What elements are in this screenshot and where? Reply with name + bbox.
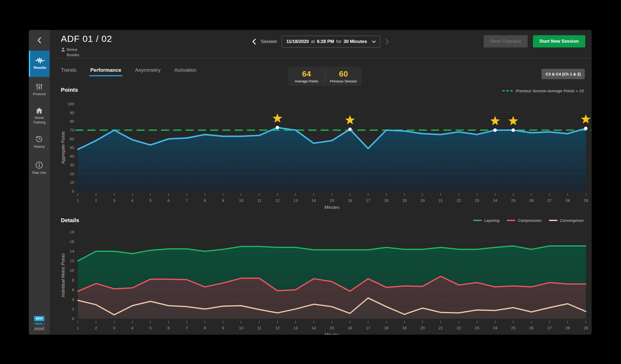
svg-text:Minutes: Minutes [324, 205, 339, 210]
svg-text:15: 15 [330, 326, 334, 330]
details-section-title: Details [61, 217, 79, 223]
average-points-stat: 64 Average Points [288, 69, 325, 83]
svg-text:14: 14 [312, 198, 316, 203]
svg-text:21: 21 [439, 198, 443, 203]
save-changes-button[interactable]: Save Changes [484, 35, 527, 47]
page-title: ADF 01 / 02 [61, 34, 112, 44]
svg-text:11: 11 [257, 326, 261, 330]
svg-text:20: 20 [70, 171, 74, 176]
svg-text:1: 1 [77, 326, 79, 330]
channel-selector-button[interactable]: C3 & C4 (Ch 1 & 2) [542, 69, 585, 79]
chevron-down-icon [372, 41, 376, 43]
svg-text:8: 8 [204, 198, 206, 203]
svg-text:27: 27 [547, 198, 552, 203]
compression-label: Compression [518, 218, 541, 223]
logo-waveform-icon [33, 322, 45, 326]
svg-text:4: 4 [131, 198, 133, 203]
patient-info: Reina Brooks [61, 47, 82, 57]
svg-text:9: 9 [222, 326, 224, 330]
details-chart: 0246810121416181234567891011121314151617… [60, 224, 592, 335]
svg-text:27: 27 [547, 326, 552, 330]
convergence-swatch [549, 220, 558, 221]
svg-text:12: 12 [275, 326, 280, 330]
svg-text:28: 28 [566, 198, 570, 203]
sliders-icon [36, 83, 43, 90]
previous-session-button[interactable] [252, 39, 256, 45]
svg-text:100: 100 [67, 102, 74, 106]
details-legend: Layering Compression Convergence [469, 218, 584, 223]
next-session-button[interactable] [385, 39, 389, 45]
start-new-session-button[interactable]: Start New Session [533, 35, 585, 47]
sidebar-item-plan-info[interactable]: Plan Info [29, 155, 50, 181]
session-select[interactable]: 11/18/2020 at 6:28 PM for 30 Minutes [282, 36, 380, 47]
svg-text:8: 8 [204, 326, 206, 330]
svg-text:11: 11 [257, 198, 261, 203]
info-icon [35, 161, 43, 169]
svg-text:6: 6 [168, 198, 170, 203]
svg-text:12: 12 [70, 258, 74, 263]
svg-text:25: 25 [511, 198, 516, 203]
svg-text:28: 28 [566, 326, 570, 330]
svg-text:9: 9 [222, 198, 224, 203]
svg-text:16: 16 [348, 326, 352, 330]
svg-text:5: 5 [149, 326, 152, 330]
svg-text:70: 70 [70, 128, 74, 132]
svg-text:3: 3 [113, 326, 115, 330]
svg-text:18: 18 [384, 198, 389, 203]
home-icon [35, 107, 43, 114]
svg-text:Minutes: Minutes [324, 333, 339, 335]
legend-item-layering: Layering [473, 218, 500, 223]
chevron-left-icon [37, 37, 42, 44]
chevron-left-icon [252, 39, 256, 45]
session-duration: 30 Minutes [344, 39, 367, 44]
tab-asymmetry[interactable]: Asymmetry [135, 67, 161, 76]
session-time: 6:28 PM [317, 39, 334, 44]
svg-text:10: 10 [70, 268, 74, 273]
svg-text:12: 12 [275, 198, 280, 203]
svg-text:18: 18 [384, 326, 389, 330]
svg-text:0: 0 [72, 316, 74, 321]
svg-text:1: 1 [77, 198, 79, 203]
compression-swatch [507, 220, 515, 221]
reference-line-swatch [502, 90, 513, 91]
session-label: Session [261, 39, 277, 44]
sidebar-collapse-button[interactable] [29, 30, 50, 51]
newmind-logo: new mind [29, 316, 50, 331]
svg-text:8: 8 [72, 278, 74, 282]
svg-text:30: 30 [70, 163, 74, 167]
tab-activation[interactable]: Activation [174, 67, 196, 76]
svg-text:7: 7 [186, 326, 188, 330]
svg-text:16: 16 [348, 198, 352, 203]
svg-text:26: 26 [529, 198, 534, 203]
svg-text:7: 7 [186, 198, 188, 203]
sidebar-item-history[interactable]: History [29, 129, 50, 155]
svg-text:2: 2 [95, 198, 97, 203]
svg-text:16: 16 [70, 239, 74, 244]
session-at-label: at [311, 39, 315, 44]
previous-session-label: Previous Session [325, 79, 362, 83]
sidebar-item-home-training[interactable]: Home Training [29, 103, 50, 129]
svg-text:17: 17 [366, 198, 371, 203]
svg-text:10: 10 [239, 326, 244, 330]
tab-trends[interactable]: Trends [61, 67, 76, 76]
sidebar-item-results[interactable]: Results [29, 51, 50, 77]
session-date: 11/18/2020 [286, 39, 309, 44]
svg-text:3: 3 [113, 198, 115, 203]
previous-session-value: 60 [325, 69, 362, 78]
svg-text:90: 90 [70, 110, 74, 115]
svg-text:80: 80 [70, 119, 74, 123]
svg-text:25: 25 [511, 326, 516, 330]
sidebar-item-label: Plan Info [31, 171, 48, 175]
sidebar-item-protocol[interactable]: Protocol [29, 77, 50, 103]
legend-item-compression: Compression [507, 218, 541, 223]
logo-mind-text: mind [34, 326, 44, 331]
tab-performance[interactable]: Performance [90, 67, 121, 76]
previous-session-stat: 60 Previous Session [325, 69, 362, 83]
session-stats-card: 64 Average Points 60 Previous Session [288, 67, 362, 86]
svg-text:20: 20 [420, 326, 425, 330]
svg-text:4: 4 [72, 297, 74, 302]
svg-text:14: 14 [312, 326, 316, 330]
header-actions: Save Changes Start New Session [484, 35, 585, 47]
sidebar: Results Protocol Home Training [29, 30, 50, 335]
sidebar-item-label: Results [31, 66, 49, 70]
